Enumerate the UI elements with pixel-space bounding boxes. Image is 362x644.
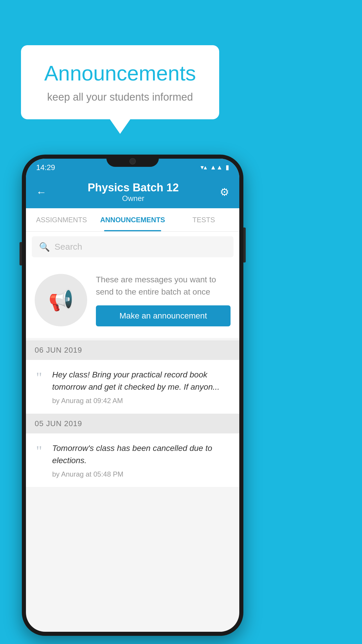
signal-icon: ▲▲ <box>210 164 223 171</box>
search-bar[interactable]: 🔍 Search <box>32 236 233 257</box>
search-icon: 🔍 <box>39 242 50 252</box>
tabs-bar: ASSIGNMENTS ANNOUNCEMENTS TESTS <box>26 208 239 232</box>
phone-volume-button <box>20 242 22 265</box>
phone-container: 14:29 ▾▴ ▲▲ ▮ ← Physics Batch 12 Owner ⚙… <box>22 155 243 636</box>
speech-bubble: Announcements keep all your students inf… <box>21 45 219 119</box>
app-header: ← Physics Batch 12 Owner ⚙ <box>26 176 239 208</box>
wifi-icon: ▾▴ <box>201 164 207 171</box>
megaphone-icon: 📢 <box>48 288 74 312</box>
quote-icon-2: " <box>32 444 46 458</box>
settings-icon[interactable]: ⚙ <box>220 186 229 198</box>
tab-announcements[interactable]: ANNOUNCEMENTS <box>97 208 168 231</box>
date-header-1: 06 JUN 2019 <box>26 340 239 360</box>
announcement-text-2: Tomorrow's class has been cancelled due … <box>52 442 231 467</box>
content-area: 🔍 Search 📢 These are messages you want t… <box>26 232 239 487</box>
announcement-text-1: Hey class! Bring your practical record b… <box>52 369 231 393</box>
header-subtitle: Owner <box>88 194 179 203</box>
date-header-2: 05 JUN 2019 <box>26 414 239 433</box>
announcement-promo: 📢 These are messages you want to send to… <box>26 262 239 338</box>
speech-bubble-container: Announcements keep all your students inf… <box>21 45 219 134</box>
announcement-content-1: Hey class! Bring your practical record b… <box>52 369 231 405</box>
phone-power-button <box>243 228 246 262</box>
promo-icon-circle: 📢 <box>35 274 87 326</box>
tab-tests[interactable]: TESTS <box>168 208 239 231</box>
make-announcement-button[interactable]: Make an announcement <box>96 305 231 326</box>
speech-bubble-subtitle: keep all your students informed <box>38 91 202 103</box>
speech-bubble-arrow <box>110 119 130 134</box>
announcement-meta-2: by Anurag at 05:48 PM <box>52 470 231 478</box>
search-placeholder: Search <box>55 242 82 252</box>
phone-screen: 14:29 ▾▴ ▲▲ ▮ ← Physics Batch 12 Owner ⚙… <box>26 159 239 632</box>
header-title: Physics Batch 12 <box>88 181 179 194</box>
phone-camera <box>129 158 136 164</box>
announcement-content-2: Tomorrow's class has been cancelled due … <box>52 442 231 478</box>
announcement-item-2[interactable]: " Tomorrow's class has been cancelled du… <box>26 433 239 487</box>
promo-description: These are messages you want to send to t… <box>96 274 231 298</box>
header-center: Physics Batch 12 Owner <box>88 181 179 203</box>
promo-right: These are messages you want to send to t… <box>96 274 231 326</box>
status-icons: ▾▴ ▲▲ ▮ <box>201 164 229 171</box>
phone-outer: 14:29 ▾▴ ▲▲ ▮ ← Physics Batch 12 Owner ⚙… <box>22 155 243 636</box>
battery-icon: ▮ <box>226 164 229 171</box>
phone-notch <box>106 155 159 167</box>
quote-icon-1: " <box>32 370 46 385</box>
speech-bubble-title: Announcements <box>38 61 202 85</box>
status-time: 14:29 <box>36 163 55 172</box>
back-button[interactable]: ← <box>36 186 47 198</box>
search-container: 🔍 Search <box>26 232 239 262</box>
announcement-item-1[interactable]: " Hey class! Bring your practical record… <box>26 360 239 414</box>
tab-assignments[interactable]: ASSIGNMENTS <box>26 208 97 231</box>
announcement-meta-1: by Anurag at 09:42 AM <box>52 397 231 405</box>
